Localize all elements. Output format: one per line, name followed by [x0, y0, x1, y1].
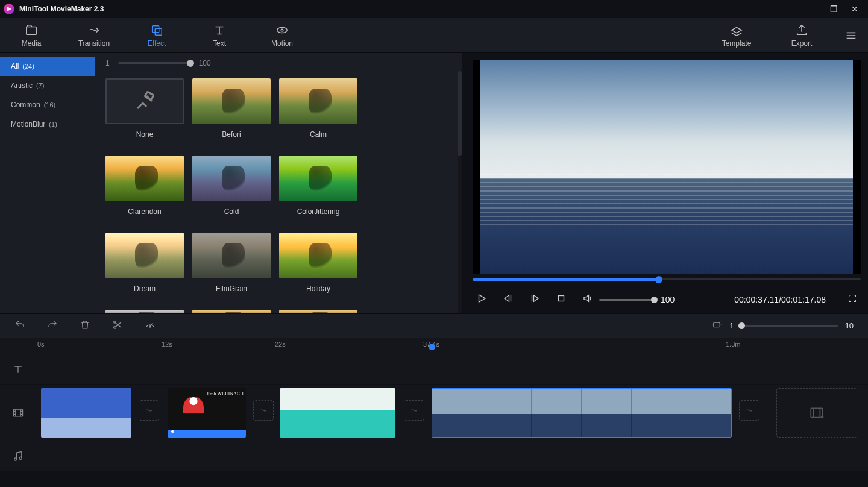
effect-label: Holiday — [279, 284, 357, 293]
menu-button[interactable] — [834, 29, 868, 42]
effect-holiday[interactable]: Holiday — [279, 233, 357, 293]
stop-button[interactable] — [556, 293, 567, 306]
category-common[interactable]: Common (16) — [0, 95, 95, 115]
tab-text[interactable]: Text — [188, 18, 251, 53]
effect-dream[interactable]: Dream — [105, 233, 184, 293]
effects-panel: 1 100 None Befori Calm Clarendon Cold Co… — [95, 53, 465, 313]
effect-cold[interactable]: Cold — [192, 156, 271, 216]
close-icon[interactable]: ✕ — [851, 4, 858, 14]
effect-label: Dream — [105, 284, 184, 293]
text-track[interactable] — [0, 354, 868, 385]
frame-back-button[interactable] — [503, 293, 514, 306]
ruler-mark: 12s — [162, 341, 172, 348]
redo-button[interactable] — [47, 319, 58, 333]
category-all[interactable]: All (24) — [0, 57, 95, 76]
zoom-slider[interactable] — [741, 325, 838, 327]
transition-slot[interactable] — [253, 400, 274, 421]
timeline-ruler[interactable]: 0s 12s 22s 37.4s 1.3m — [0, 338, 868, 354]
preview-video[interactable] — [473, 60, 861, 274]
svg-point-13 — [114, 321, 116, 323]
effect-more[interactable] — [279, 310, 357, 313]
tab-media-label: Media — [22, 39, 42, 48]
preview-panel: 100 00:00:37.11/00:01:17.08 — [465, 53, 868, 313]
frame-forward-button[interactable] — [529, 293, 540, 306]
export-label: Export — [791, 39, 813, 48]
svg-rect-6 — [145, 92, 154, 100]
category-count: (16) — [44, 101, 56, 108]
main-area: All (24) Artistic (7) Common (16) Motion… — [0, 53, 868, 313]
fit-zoom-button[interactable] — [711, 319, 722, 332]
text-track-icon — [0, 354, 36, 384]
template-button[interactable]: Template — [704, 18, 769, 53]
svg-marker-8 — [505, 295, 509, 302]
effect-filmgrain[interactable]: FilmGrain — [192, 233, 271, 293]
tab-transition[interactable]: Transition — [63, 18, 125, 53]
speed-button[interactable] — [145, 319, 156, 333]
play-button[interactable] — [476, 293, 487, 306]
titlebar: MiniTool MovieMaker 2.3 ― ❐ ✕ — [0, 0, 868, 18]
undo-button[interactable] — [14, 319, 25, 333]
ruler-mark: 0s — [37, 341, 45, 348]
scale-max: 100 — [199, 59, 211, 68]
category-count: (7) — [36, 82, 44, 89]
video-track[interactable]: Froh WEIHNACH — [0, 385, 868, 441]
effect-calm[interactable]: Calm — [279, 78, 357, 139]
clip-1[interactable] — [41, 388, 131, 438]
effect-label: Cold — [192, 207, 271, 216]
category-count: (1) — [49, 121, 57, 128]
category-label: Artistic — [11, 81, 33, 90]
clip-text: Froh WEIHNACH — [207, 392, 244, 397]
effect-label: ColorJittering — [279, 207, 357, 216]
tab-media[interactable]: Media — [0, 18, 63, 53]
minimize-icon[interactable]: ― — [808, 4, 817, 14]
clip-2[interactable]: Froh WEIHNACH — [168, 388, 246, 438]
thumbnail-scale-slider[interactable]: 1 100 — [105, 53, 462, 71]
effects-scrollbar[interactable] — [458, 71, 462, 313]
tab-effect[interactable]: Effect — [125, 18, 188, 53]
svg-marker-0 — [7, 7, 11, 11]
effect-befori[interactable]: Befori — [192, 78, 271, 139]
app-title: MiniTool MovieMaker 2.3 — [19, 5, 104, 13]
svg-rect-12 — [559, 296, 564, 301]
fullscreen-button[interactable] — [848, 294, 857, 306]
split-button[interactable] — [112, 319, 123, 333]
seek-knob[interactable] — [655, 276, 662, 283]
effect-colorjittering[interactable]: ColorJittering — [279, 156, 357, 216]
audio-track[interactable] — [0, 441, 868, 471]
audio-track-icon — [0, 441, 36, 471]
add-clip-slot[interactable] — [776, 388, 857, 438]
template-label: Template — [722, 39, 752, 48]
maximize-icon[interactable]: ❐ — [830, 4, 838, 14]
main-toolbar: Media Transition Effect Text Motion Temp… — [0, 18, 868, 53]
tab-effect-label: Effect — [148, 39, 166, 48]
transition-slot[interactable] — [404, 400, 424, 421]
tab-motion[interactable]: Motion — [251, 18, 313, 53]
effect-none[interactable]: None — [105, 78, 184, 139]
volume-icon[interactable] — [582, 293, 593, 306]
delete-button[interactable] — [80, 319, 90, 333]
category-motionblur[interactable]: MotionBlur (1) — [0, 115, 95, 134]
effect-label: FilmGrain — [192, 284, 271, 293]
effect-label: Clarendon — [105, 207, 184, 216]
effect-more[interactable] — [192, 310, 271, 313]
category-label: All — [11, 62, 19, 71]
category-label: MotionBlur — [11, 120, 45, 128]
tab-motion-label: Motion — [271, 39, 293, 48]
svg-marker-10 — [534, 295, 539, 302]
effect-clarendon[interactable]: Clarendon — [105, 156, 184, 216]
svg-point-5 — [281, 29, 283, 31]
transition-slot[interactable] — [739, 400, 760, 421]
transition-slot[interactable] — [139, 400, 159, 421]
category-artistic[interactable]: Artistic (7) — [0, 76, 95, 95]
category-sidebar: All (24) Artistic (7) Common (16) Motion… — [0, 53, 95, 313]
volume-slider[interactable] — [599, 299, 655, 301]
effect-more[interactable] — [105, 310, 184, 313]
clip-ocean-selected[interactable] — [432, 388, 732, 438]
svg-point-20 — [19, 457, 22, 459]
svg-point-14 — [114, 326, 116, 328]
ruler-mark: 22s — [275, 341, 286, 348]
timeline-tracks: Froh WEIHNACH — [0, 354, 868, 471]
preview-seekbar[interactable] — [473, 274, 861, 286]
clip-3[interactable] — [280, 388, 395, 438]
export-button[interactable]: Export — [769, 18, 834, 53]
